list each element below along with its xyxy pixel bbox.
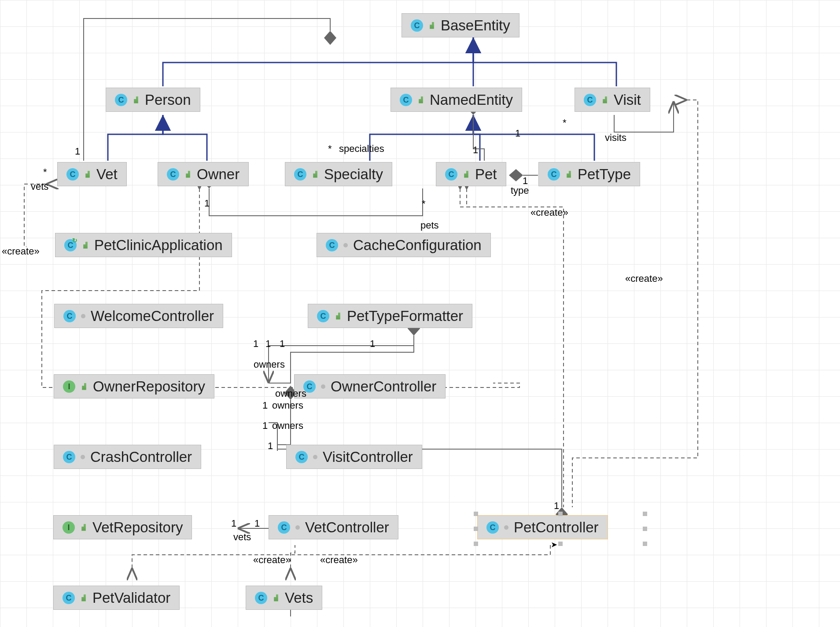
role-label: vets: [233, 532, 251, 542]
class-label: CacheConfiguration: [353, 238, 482, 252]
resize-handle[interactable]: [558, 542, 563, 546]
visibility-icon: [321, 384, 325, 389]
class-label: OwnerRepository: [93, 379, 205, 394]
role-label: type: [511, 186, 529, 195]
class-icon: C: [115, 94, 127, 106]
class-owner-controller[interactable]: C OwnerController: [294, 374, 446, 398]
stereotype-label: «create»: [320, 555, 358, 565]
resize-handle[interactable]: [474, 542, 478, 546]
multiplicity-label: 1: [231, 519, 236, 528]
visibility-icon: [81, 314, 85, 318]
class-named-entity[interactable]: C NamedEntity: [391, 88, 522, 112]
multiplicity-label: 1: [554, 501, 559, 511]
class-owner[interactable]: C Owner: [158, 162, 249, 186]
role-label: owners: [275, 389, 306, 398]
resize-handle[interactable]: [643, 542, 647, 546]
class-icon: C: [486, 521, 499, 534]
class-icon: C: [584, 94, 596, 106]
class-vet[interactable]: C Vet: [57, 162, 127, 186]
visibility-icon: [295, 525, 300, 530]
class-label: BaseEntity: [441, 18, 510, 33]
class-label: Specialty: [324, 167, 383, 181]
mouse-cursor-icon: ➤: [551, 541, 557, 549]
role-label: vets: [31, 182, 48, 192]
visibility-icon: [81, 383, 88, 390]
multiplicity-label: 1: [370, 339, 375, 349]
role-label: owners: [272, 401, 303, 410]
stereotype-label: «create»: [625, 274, 663, 284]
multiplicity-label: *: [422, 199, 426, 209]
class-specialty[interactable]: C Specialty: [285, 162, 392, 186]
class-crash-controller[interactable]: C CrashController: [54, 445, 201, 469]
class-cache-configuration[interactable]: C CacheConfiguration: [317, 233, 491, 257]
resize-handle[interactable]: [643, 512, 647, 516]
role-label: owners: [254, 360, 285, 369]
multiplicity-label: 1: [473, 145, 478, 155]
class-pet-validator[interactable]: C PetValidator: [53, 586, 180, 610]
multiplicity-label: 1: [253, 339, 258, 349]
resize-handle[interactable]: [643, 527, 647, 531]
class-label: PetType: [578, 167, 631, 181]
class-label: Owner: [197, 167, 239, 181]
interface-owner-repository[interactable]: I OwnerRepository: [54, 374, 214, 398]
visibility-icon: [81, 455, 85, 459]
class-visit[interactable]: C Visit: [575, 88, 650, 112]
class-label: PetController: [514, 520, 599, 535]
class-pet-controller[interactable]: C PetController: [477, 515, 608, 539]
visibility-icon: [463, 171, 470, 178]
class-icon: C: [294, 168, 306, 181]
interface-icon: I: [63, 380, 75, 393]
class-icon: C: [278, 521, 290, 534]
class-vet-controller[interactable]: C VetController: [269, 515, 398, 539]
class-icon: C: [445, 168, 457, 181]
visibility-icon: [312, 171, 319, 178]
class-label: Vets: [285, 590, 313, 605]
stereotype-label: «create»: [531, 208, 568, 218]
class-person[interactable]: C Person: [106, 88, 200, 112]
multiplicity-label: 1: [262, 421, 268, 431]
interface-vet-repository[interactable]: I VetRepository: [53, 515, 192, 539]
class-label: Person: [145, 92, 191, 107]
class-icon: C: [326, 239, 338, 251]
class-pet-clinic-application[interactable]: C PetClinicApplication: [55, 233, 232, 257]
resize-handle[interactable]: [474, 512, 478, 516]
class-welcome-controller[interactable]: C WelcomeController: [54, 304, 223, 328]
visibility-icon: [133, 96, 140, 103]
stereotype-label: «create»: [253, 555, 291, 565]
class-label: VetController: [305, 520, 389, 535]
class-vets[interactable]: C Vets: [246, 586, 322, 610]
class-icon: C: [63, 451, 75, 463]
visibility-icon: [313, 455, 317, 459]
class-icon: C: [548, 168, 560, 181]
visibility-icon: [80, 594, 87, 601]
class-icon: C: [66, 168, 79, 181]
multiplicity-label: 1: [262, 401, 268, 410]
class-icon: C: [167, 168, 179, 181]
class-label: Pet: [475, 167, 497, 181]
class-visit-controller[interactable]: C VisitController: [286, 445, 422, 469]
class-pet-type[interactable]: C PetType: [538, 162, 640, 186]
class-label: PetClinicApplication: [94, 238, 223, 252]
role-label: pets: [420, 221, 439, 230]
visibility-icon: [565, 171, 572, 178]
visibility-icon: [273, 594, 280, 601]
class-label: OwnerController: [331, 379, 436, 394]
multiplicity-label: *: [563, 118, 567, 128]
resize-handle[interactable]: [558, 512, 563, 516]
class-pet[interactable]: C Pet: [436, 162, 506, 186]
stereotype-label: «create»: [2, 247, 40, 256]
class-pet-type-formatter[interactable]: C PetTypeFormatter: [308, 304, 472, 328]
class-icon: C: [317, 310, 329, 322]
visibility-icon: [184, 171, 192, 178]
runnable-class-icon: C: [64, 239, 77, 251]
multiplicity-label: 1: [265, 339, 271, 349]
multiplicity-label: *: [328, 144, 332, 154]
resize-handle[interactable]: [474, 527, 478, 531]
class-icon: C: [255, 592, 267, 604]
class-label: NamedEntity: [430, 92, 513, 107]
class-base-entity[interactable]: C BaseEntity: [402, 13, 519, 37]
role-label: owners: [272, 421, 303, 431]
multiplicity-label: 1: [254, 519, 260, 528]
role-label: specialties: [339, 144, 384, 154]
visibility-icon: [82, 242, 89, 249]
